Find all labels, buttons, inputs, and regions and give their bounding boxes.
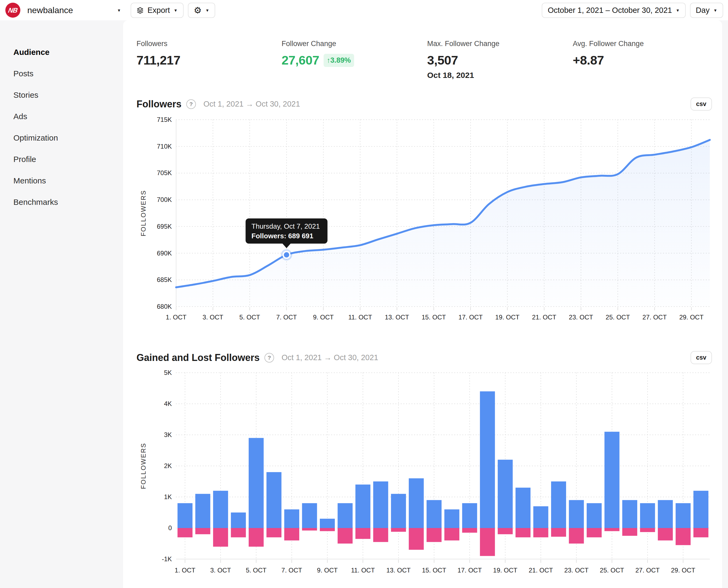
lost-bar[interactable] <box>427 528 442 542</box>
granularity-button[interactable]: Day ▼ <box>690 3 723 18</box>
stat-label: Followers <box>136 40 282 48</box>
sidebar-item-mentions[interactable]: Mentions <box>0 170 123 191</box>
y-axis-title: FOLLOWERS <box>140 443 147 489</box>
lost-bar[interactable] <box>302 528 317 530</box>
sidebar-item-audience[interactable]: Audience <box>0 42 123 63</box>
svg-text:9. OCT: 9. OCT <box>317 567 338 574</box>
sidebar-item-benchmarks[interactable]: Benchmarks <box>0 191 123 213</box>
gained-bar[interactable] <box>249 438 264 528</box>
data-point-marker[interactable] <box>281 249 292 260</box>
y-axis-labels: 680K685K690K695K700K705K710K715K <box>157 116 172 310</box>
stat-follower-change: Follower Change 27,607↑3.89% <box>282 40 427 80</box>
gained-bar[interactable] <box>213 491 228 528</box>
sidebar-item-stories[interactable]: Stories <box>0 84 123 106</box>
gained-bar[interactable] <box>693 491 708 528</box>
gained-lost-bar-chart[interactable]: -1K01K2K3K4K5K1. OCT3. OCT5. OCT7. OCT9.… <box>136 368 712 575</box>
lost-bar[interactable] <box>480 528 495 556</box>
gained-bar[interactable] <box>338 503 352 528</box>
svg-text:15. OCT: 15. OCT <box>422 567 446 574</box>
lost-bar[interactable] <box>587 528 602 538</box>
lost-bar[interactable] <box>604 528 619 531</box>
lost-bar[interactable] <box>444 528 459 540</box>
gained-bar[interactable] <box>640 503 655 528</box>
svg-text:19. OCT: 19. OCT <box>493 567 517 574</box>
followers-line-chart[interactable]: 680K685K690K695K700K705K710K715K1. OCT3.… <box>136 114 712 329</box>
csv-export-button[interactable]: csv <box>690 98 712 110</box>
lost-bar[interactable] <box>284 528 299 540</box>
gained-bar[interactable] <box>498 460 513 528</box>
svg-text:23. OCT: 23. OCT <box>569 314 593 321</box>
lost-bar[interactable] <box>177 528 192 538</box>
stat-value: +8.87 <box>573 53 712 67</box>
lost-bar[interactable] <box>409 528 424 550</box>
gained-bar[interactable] <box>391 494 406 528</box>
svg-text:705K: 705K <box>157 169 172 176</box>
lost-bar[interactable] <box>373 528 388 542</box>
lost-bar[interactable] <box>320 528 335 531</box>
help-icon[interactable]: ? <box>186 99 196 109</box>
gained-bar[interactable] <box>356 485 370 528</box>
gained-bar[interactable] <box>427 500 442 528</box>
csv-export-button[interactable]: csv <box>690 351 712 364</box>
gained-bar[interactable] <box>480 392 495 528</box>
date-range-button[interactable]: October 1, 2021 – October 30, 2021 ▼ <box>542 3 685 18</box>
gained-bar[interactable] <box>515 488 531 528</box>
lost-bar[interactable] <box>676 528 690 545</box>
lost-bar[interactable] <box>213 528 228 547</box>
gained-bar[interactable] <box>622 500 637 528</box>
gained-bar[interactable] <box>320 519 335 528</box>
stat-label: Avg. Follower Change <box>573 40 712 48</box>
lost-bar[interactable] <box>569 528 584 544</box>
tooltip-date: Thursday, Oct 7, 2021 <box>252 222 320 230</box>
gained-bar[interactable] <box>195 494 210 528</box>
settings-button[interactable]: ⚙ ▼ <box>188 3 215 18</box>
section-title: Followers <box>136 99 181 110</box>
lost-bar[interactable] <box>195 528 210 534</box>
gained-bar[interactable] <box>409 478 424 528</box>
lost-bar[interactable] <box>249 528 264 547</box>
sidebar-item-ads[interactable]: Ads <box>0 106 123 127</box>
gained-bar[interactable] <box>373 481 388 528</box>
gained-bar[interactable] <box>462 503 477 528</box>
gained-bar[interactable] <box>676 503 690 528</box>
gained-bar[interactable] <box>587 503 602 528</box>
gained-bar[interactable] <box>551 481 566 528</box>
svg-text:11. OCT: 11. OCT <box>348 314 372 321</box>
gained-bar[interactable] <box>569 500 584 528</box>
gained-bar[interactable] <box>284 509 299 528</box>
gained-bar[interactable] <box>231 512 246 528</box>
lost-bar[interactable] <box>622 528 637 536</box>
gained-bar[interactable] <box>177 503 192 528</box>
lost-bar[interactable] <box>231 528 246 538</box>
lost-bar[interactable] <box>391 528 406 532</box>
gained-bar[interactable] <box>302 503 317 528</box>
svg-text:13. OCT: 13. OCT <box>385 314 409 321</box>
lost-bar[interactable] <box>693 528 708 538</box>
gained-bar[interactable] <box>444 509 459 528</box>
stat-max-follower-change: Max. Follower Change 3,507 Oct 18, 2021 <box>427 40 573 80</box>
help-icon[interactable]: ? <box>264 353 274 362</box>
svg-text:29. OCT: 29. OCT <box>679 314 704 321</box>
lost-bar[interactable] <box>338 528 352 544</box>
lost-bar[interactable] <box>515 528 531 538</box>
stat-value: 711,217 <box>136 53 282 67</box>
lost-bar[interactable] <box>266 528 282 538</box>
lost-bar[interactable] <box>462 528 477 532</box>
gained-bar[interactable] <box>533 506 549 528</box>
lost-bar[interactable] <box>356 528 370 539</box>
svg-text:685K: 685K <box>157 276 172 283</box>
lost-bar[interactable] <box>658 528 673 540</box>
gained-bar[interactable] <box>658 500 673 528</box>
export-button[interactable]: Export ▼ <box>131 3 184 18</box>
lost-bar[interactable] <box>640 528 655 532</box>
lost-bar[interactable] <box>498 528 513 534</box>
account-selector[interactable]: NB newbalance ▼ <box>5 3 121 18</box>
sidebar-item-posts[interactable]: Posts <box>0 63 123 84</box>
lost-bar[interactable] <box>533 528 549 538</box>
gained-bar[interactable] <box>604 432 619 528</box>
lost-bar[interactable] <box>551 528 566 537</box>
sidebar-item-optimization[interactable]: Optimization <box>0 127 123 149</box>
gained-bar[interactable] <box>266 472 282 528</box>
sidebar-item-profile[interactable]: Profile <box>0 149 123 170</box>
badge-percent: 3.89% <box>330 56 351 64</box>
